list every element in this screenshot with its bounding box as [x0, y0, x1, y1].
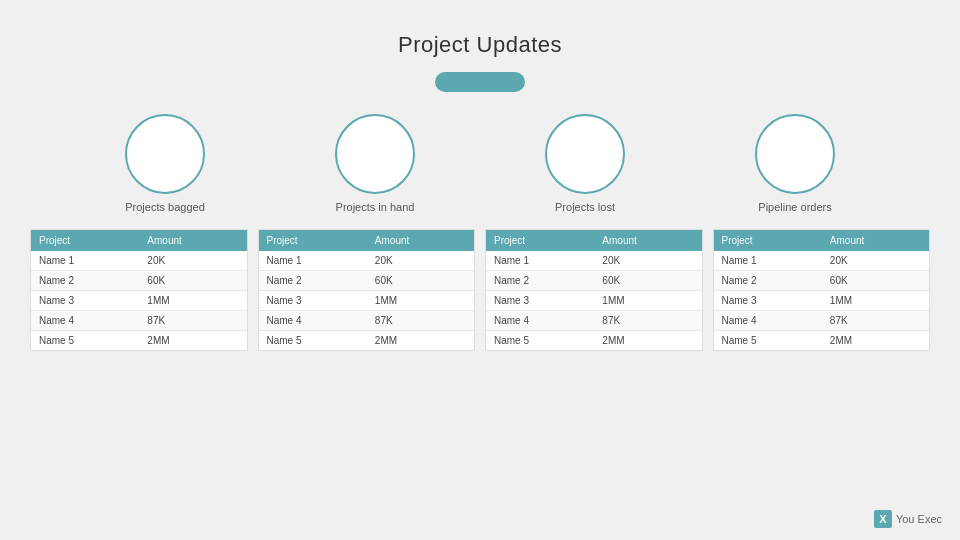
watermark-x-icon: X	[874, 510, 892, 528]
cell-name: Name 3	[31, 291, 139, 311]
cell-amount: 60K	[139, 271, 246, 291]
table-row: Name 260K	[31, 271, 247, 291]
circles-row: Projects baggedProjects in handProjects …	[60, 114, 900, 215]
cell-amount: 2MM	[594, 331, 701, 351]
cell-amount: 1MM	[594, 291, 701, 311]
cell-name: Name 4	[714, 311, 822, 331]
table-row: Name 260K	[714, 271, 930, 291]
cell-amount: 87K	[367, 311, 474, 331]
table-row: Name 120K	[714, 251, 930, 271]
decorative-pill	[435, 72, 525, 92]
circle-bagged	[125, 114, 205, 194]
table-row: Name 31MM	[259, 291, 475, 311]
table-row: Name 31MM	[714, 291, 930, 311]
circle-item-lost: Projects lost	[545, 114, 625, 215]
cell-amount: 60K	[367, 271, 474, 291]
cell-name: Name 4	[259, 311, 367, 331]
cell-amount: 1MM	[139, 291, 246, 311]
table-row: Name 487K	[259, 311, 475, 331]
table-pipeline: ProjectAmountName 120KName 260KName 31MM…	[714, 230, 930, 350]
cell-name: Name 5	[486, 331, 594, 351]
table-row: Name 52MM	[714, 331, 930, 351]
watermark: X You Exec	[874, 510, 942, 528]
cell-name: Name 2	[259, 271, 367, 291]
table-row: Name 487K	[486, 311, 702, 331]
circle-in-hand	[335, 114, 415, 194]
tables-row: ProjectAmountName 120KName 260KName 31MM…	[30, 229, 930, 351]
table-row: Name 487K	[714, 311, 930, 331]
th-amount: Amount	[822, 230, 929, 251]
cell-name: Name 1	[486, 251, 594, 271]
circle-item-bagged: Projects bagged	[125, 114, 205, 215]
table-row: Name 120K	[486, 251, 702, 271]
cell-name: Name 5	[259, 331, 367, 351]
cell-name: Name 3	[486, 291, 594, 311]
table-block-bagged: ProjectAmountName 120KName 260KName 31MM…	[30, 229, 248, 351]
table-bagged: ProjectAmountName 120KName 260KName 31MM…	[31, 230, 247, 350]
cell-amount: 2MM	[367, 331, 474, 351]
table-row: Name 31MM	[31, 291, 247, 311]
table-block-in-hand: ProjectAmountName 120KName 260KName 31MM…	[258, 229, 476, 351]
th-amount: Amount	[594, 230, 701, 251]
cell-amount: 87K	[822, 311, 929, 331]
table-row: Name 31MM	[486, 291, 702, 311]
circle-item-pipeline: Pipeline orders	[755, 114, 835, 215]
cell-name: Name 3	[714, 291, 822, 311]
th-amount: Amount	[367, 230, 474, 251]
table-row: Name 52MM	[31, 331, 247, 351]
cell-amount: 20K	[822, 251, 929, 271]
circle-label-bagged: Projects bagged	[125, 200, 205, 215]
table-row: Name 487K	[31, 311, 247, 331]
circle-label-lost: Projects lost	[555, 200, 615, 215]
th-project: Project	[31, 230, 139, 251]
table-row: Name 52MM	[259, 331, 475, 351]
cell-amount: 2MM	[139, 331, 246, 351]
cell-amount: 2MM	[822, 331, 929, 351]
watermark-brand: You Exec	[896, 513, 942, 525]
cell-name: Name 4	[486, 311, 594, 331]
table-row: Name 52MM	[486, 331, 702, 351]
circle-pipeline	[755, 114, 835, 194]
cell-name: Name 2	[486, 271, 594, 291]
cell-name: Name 3	[259, 291, 367, 311]
cell-name: Name 1	[259, 251, 367, 271]
table-lost: ProjectAmountName 120KName 260KName 31MM…	[486, 230, 702, 350]
circle-label-pipeline: Pipeline orders	[758, 200, 831, 215]
circle-label-in-hand: Projects in hand	[336, 200, 415, 215]
table-row: Name 260K	[486, 271, 702, 291]
table-row: Name 260K	[259, 271, 475, 291]
table-block-lost: ProjectAmountName 120KName 260KName 31MM…	[485, 229, 703, 351]
cell-name: Name 5	[31, 331, 139, 351]
cell-amount: 20K	[367, 251, 474, 271]
th-project: Project	[259, 230, 367, 251]
cell-amount: 60K	[594, 271, 701, 291]
cell-name: Name 5	[714, 331, 822, 351]
table-row: Name 120K	[259, 251, 475, 271]
circle-item-in-hand: Projects in hand	[335, 114, 415, 215]
table-block-pipeline: ProjectAmountName 120KName 260KName 31MM…	[713, 229, 931, 351]
cell-amount: 60K	[822, 271, 929, 291]
circle-lost	[545, 114, 625, 194]
pill-bar	[0, 72, 960, 92]
cell-name: Name 2	[31, 271, 139, 291]
cell-name: Name 2	[714, 271, 822, 291]
cell-amount: 20K	[594, 251, 701, 271]
cell-amount: 87K	[594, 311, 701, 331]
page-title: Project Updates	[0, 0, 960, 58]
table-in-hand: ProjectAmountName 120KName 260KName 31MM…	[259, 230, 475, 350]
cell-amount: 20K	[139, 251, 246, 271]
th-amount: Amount	[139, 230, 246, 251]
table-row: Name 120K	[31, 251, 247, 271]
cell-name: Name 1	[31, 251, 139, 271]
th-project: Project	[714, 230, 822, 251]
cell-name: Name 1	[714, 251, 822, 271]
cell-amount: 1MM	[822, 291, 929, 311]
cell-name: Name 4	[31, 311, 139, 331]
cell-amount: 87K	[139, 311, 246, 331]
cell-amount: 1MM	[367, 291, 474, 311]
th-project: Project	[486, 230, 594, 251]
